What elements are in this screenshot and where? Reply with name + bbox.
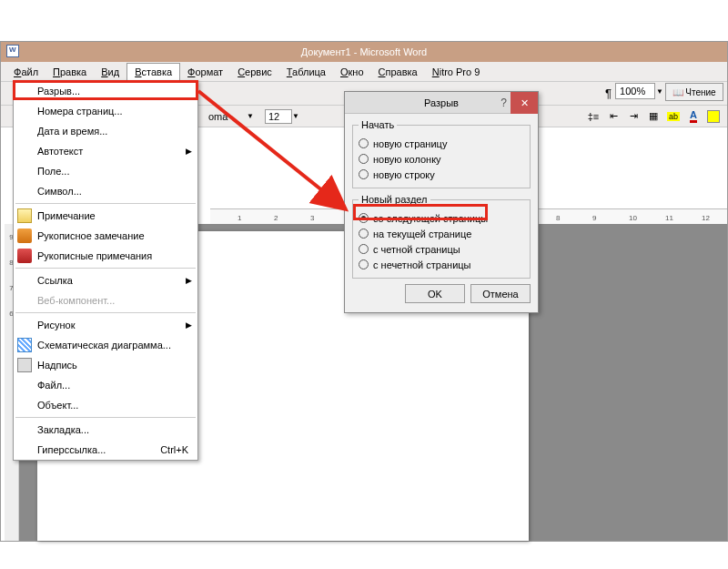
titlebar: Документ1 - Microsoft Word [1, 42, 727, 62]
cancel-button[interactable]: Отмена [470, 284, 531, 303]
opt-new-column[interactable]: новую колонку [359, 151, 524, 167]
help-icon[interactable]: ? [500, 97, 507, 109]
menu-item-field[interactable]: Поле... [14, 161, 197, 181]
group-start-legend: Начать [359, 119, 397, 130]
menu-nitro[interactable]: Nitro Pro 9 [425, 64, 488, 80]
menu-format[interactable]: Формат [180, 64, 230, 80]
dropdown-icon[interactable]: ▼ [656, 87, 663, 96]
opt-new-page[interactable]: новую страницу [359, 136, 524, 151]
dropdown-icon[interactable]: ▼ [292, 112, 299, 120]
increase-indent-icon[interactable]: ⇥ [624, 108, 642, 125]
radio-icon [359, 169, 369, 179]
menu-item-ink-comments[interactable]: Рукописные примечания [14, 246, 197, 266]
diagram-icon [17, 338, 32, 352]
radio-icon [359, 154, 369, 164]
menu-item-picture[interactable]: Рисунок▶ [14, 315, 197, 335]
insert-dropdown: Разрыв... Номера страниц... Дата и время… [13, 80, 198, 461]
submenu-arrow-icon: ▶ [186, 276, 192, 285]
radio-icon [359, 244, 369, 254]
ok-button[interactable]: OK [405, 284, 465, 303]
menu-item-page-numbers[interactable]: Номера страниц... [14, 101, 197, 121]
break-dialog: Разрыв ? ✕ Начать новую страницу новую к… [344, 91, 539, 313]
opt-this-page[interactable]: на текущей странице [359, 226, 524, 241]
menu-file[interactable]: Файл [6, 64, 46, 80]
menu-help[interactable]: Справка [371, 64, 425, 80]
font-color-icon[interactable]: A [684, 108, 703, 125]
close-button[interactable]: ✕ [511, 92, 538, 114]
menu-item-date-time[interactable]: Дата и время... [14, 121, 197, 141]
menu-item-break[interactable]: Разрыв... [14, 81, 197, 101]
radio-icon [359, 229, 369, 239]
read-mode-button[interactable]: 📖 Чтение [665, 83, 723, 101]
decrease-indent-icon[interactable]: ⇤ [604, 108, 622, 125]
menu-edit[interactable]: Правка [46, 64, 94, 80]
menu-item-textbox[interactable]: Надпись [14, 355, 197, 375]
menu-tools[interactable]: Сервис [230, 64, 279, 80]
menu-item-diagram[interactable]: Схематическая диаграмма... [14, 335, 197, 355]
ink-icon [17, 229, 32, 243]
borders-icon[interactable]: ▦ [644, 108, 662, 125]
font-size-field[interactable]: 12 [265, 109, 292, 124]
menu-item-reference[interactable]: Ссылка▶ [14, 270, 197, 290]
menu-table[interactable]: Таблица [279, 64, 333, 80]
group-section: Новый раздел со следующей страницы на те… [352, 194, 531, 279]
opt-next-page[interactable]: со следующей страницы [359, 210, 524, 226]
pen-icon [17, 249, 32, 263]
separator [15, 417, 196, 418]
opt-odd-page[interactable]: с нечетной страницы [359, 257, 524, 272]
menu-item-ink-remark[interactable]: Рукописное замечание [14, 226, 197, 246]
highlight-icon[interactable]: ab [664, 108, 682, 125]
menu-item-bookmark[interactable]: Закладка... [14, 420, 197, 440]
pilcrow-icon[interactable]: ¶ [605, 86, 612, 100]
radio-icon [359, 259, 369, 269]
shading-icon[interactable] [704, 108, 723, 125]
opt-new-line[interactable]: новую строку [359, 167, 524, 182]
group-section-legend: Новый раздел [359, 194, 430, 205]
word-app-icon [6, 45, 19, 57]
separator [15, 312, 196, 313]
opt-even-page[interactable]: с четной страницы [359, 241, 524, 257]
textbox-icon [17, 358, 32, 372]
menu-item-comment[interactable]: Примечание [14, 206, 197, 226]
note-icon [17, 208, 32, 223]
menu-insert[interactable]: Вставка [126, 63, 180, 80]
submenu-arrow-icon: ▶ [186, 320, 192, 330]
zoom-control[interactable]: 100% ▼ [615, 83, 663, 99]
menu-item-autotext[interactable]: Автотекст▶ [14, 141, 197, 161]
radio-icon [359, 138, 369, 148]
menu-item-symbol[interactable]: Символ... [14, 181, 197, 201]
shortcut-text: Ctrl+K [160, 444, 188, 455]
window-title: Документ1 - Microsoft Word [301, 46, 427, 57]
separator [15, 268, 196, 269]
group-start: Начать новую страницу новую колонку нову… [352, 119, 531, 188]
menu-view[interactable]: Вид [94, 64, 126, 80]
line-spacing-icon[interactable]: ‡≡ [584, 108, 602, 125]
book-icon: 📖 [672, 87, 683, 97]
dialog-title: Разрыв [424, 97, 459, 108]
menu-window[interactable]: Окно [333, 64, 371, 80]
font-name-field[interactable]: oma [208, 111, 228, 122]
menu-item-file[interactable]: Файл... [14, 375, 197, 395]
dialog-titlebar[interactable]: Разрыв ? ✕ [345, 92, 538, 114]
zoom-value[interactable]: 100% [615, 83, 655, 99]
menu-item-object[interactable]: Объект... [14, 395, 197, 415]
menu-item-web-component: Веб-компонент... [14, 290, 197, 310]
menubar: Файл Правка Вид Вставка Формат Сервис Та… [1, 62, 727, 82]
radio-selected-icon [359, 213, 369, 223]
submenu-arrow-icon: ▶ [186, 147, 192, 156]
dropdown-icon[interactable]: ▼ [247, 112, 254, 120]
menu-item-hyperlink[interactable]: Гиперссылка...Ctrl+K [14, 440, 197, 460]
separator [15, 203, 196, 204]
